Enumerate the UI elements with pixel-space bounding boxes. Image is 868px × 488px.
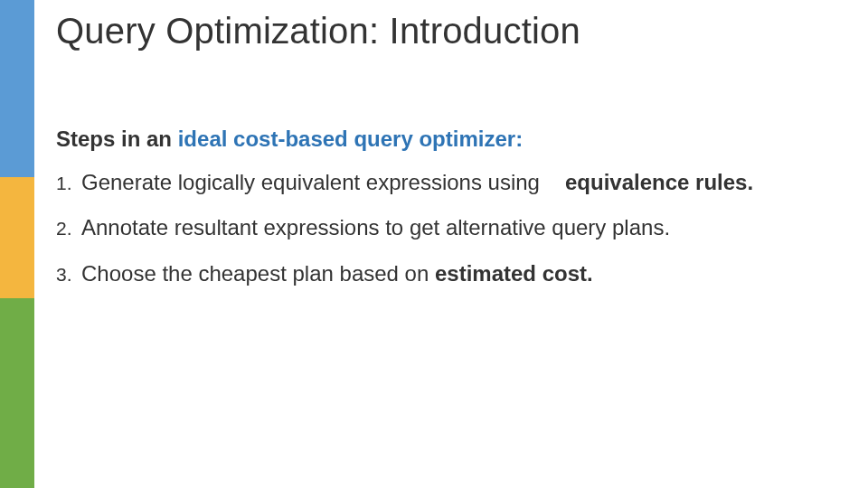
sidebar-bar-yellow bbox=[0, 177, 34, 298]
list-item: 2. Annotate resultant expressions to get… bbox=[56, 213, 816, 242]
list-number-3: 3. bbox=[56, 262, 76, 287]
sidebar-color-bars bbox=[0, 0, 34, 488]
slide-subheading: Steps in an ideal cost-based query optim… bbox=[56, 127, 523, 152]
list-text-1b-bold: equivalence rules. bbox=[565, 170, 753, 194]
list-number-2: 2. bbox=[56, 216, 76, 241]
list-number-1: 1. bbox=[56, 171, 76, 196]
list-text-3b-bold: estimated cost. bbox=[435, 261, 593, 286]
slide-title: Query Optimization: Introduction bbox=[56, 11, 580, 52]
list-item: 3. Choose the cheapest plan based on est… bbox=[56, 259, 816, 288]
slide: Query Optimization: Introduction Steps i… bbox=[0, 0, 868, 488]
sidebar-bar-green bbox=[0, 298, 34, 488]
subheading-accent: ideal cost-based query optimizer: bbox=[178, 127, 523, 151]
list-item: 1. Generate logically equivalent express… bbox=[56, 168, 816, 197]
list-text-1a: Generate logically equivalent expression… bbox=[81, 170, 540, 194]
list-text-2: Annotate resultant expressions to get al… bbox=[81, 213, 670, 242]
sidebar-bar-blue bbox=[0, 0, 34, 177]
list-text-1: Generate logically equivalent expression… bbox=[81, 168, 753, 197]
steps-list: 1. Generate logically equivalent express… bbox=[56, 168, 816, 305]
list-text-3: Choose the cheapest plan based on estima… bbox=[81, 259, 593, 288]
subheading-prefix: Steps in an bbox=[56, 127, 178, 151]
list-text-3a: Choose the cheapest plan based on bbox=[81, 261, 435, 286]
